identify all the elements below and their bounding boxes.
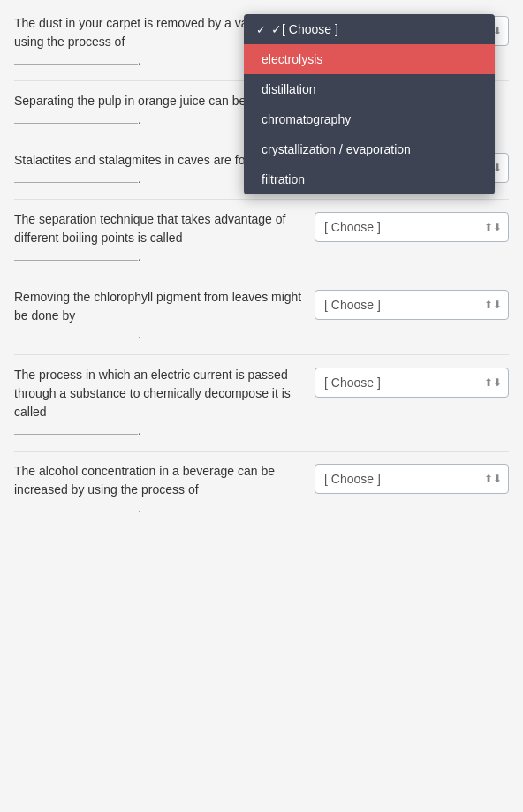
question-label-5: Removing the chlorophyll pigment from le… [14, 290, 301, 323]
question-label-4: The separation technique that takes adva… [14, 212, 285, 245]
select-wrapper-6: [ Choose ] electrolysis distillation chr… [315, 368, 509, 398]
blank-line-2 [14, 123, 138, 124]
blank-line-5 [14, 338, 138, 338]
question-text-7: The alcohol concentration in a beverage … [14, 462, 315, 518]
blank-line-1 [14, 64, 138, 65]
question-label-1: The dust in your carpet is removed by a … [14, 16, 278, 49]
select-wrapper-4: [ Choose ] electrolysis distillation chr… [315, 212, 509, 242]
question-label-7: The alcohol concentration in a beverage … [14, 464, 275, 497]
select-wrapper-7: [ Choose ] electrolysis distillation chr… [315, 464, 509, 494]
select-q5[interactable]: [ Choose ] electrolysis distillation chr… [315, 290, 509, 320]
select-wrapper-5: [ Choose ] electrolysis distillation chr… [315, 290, 509, 320]
question-text-5: Removing the chlorophyll pigment from le… [14, 288, 315, 344]
blank-line-3 [14, 182, 138, 183]
select-q6[interactable]: [ Choose ] electrolysis distillation chr… [315, 368, 509, 398]
dropdown-item-crystallization[interactable]: crystallization / evaporation [244, 134, 495, 164]
question-row-5: Removing the chlorophyll pigment from le… [14, 288, 509, 355]
dropdown-item-filtration[interactable]: filtration [244, 164, 495, 194]
dropdown-item-chromatography[interactable]: chromatography [244, 104, 495, 134]
blank-line-4 [14, 260, 138, 261]
question-row-7: The alcohol concentration in a beverage … [14, 462, 509, 528]
dropdown-overlay: ✓ [ Choose ] electrolysis distillation c… [244, 14, 495, 194]
question-text-6: The process in which an electric current… [14, 366, 315, 440]
dropdown-item-electrolysis[interactable]: electrolysis [244, 44, 495, 74]
checkmark-choose: ✓ [271, 22, 282, 36]
blank-line-7 [14, 512, 138, 512]
question-label-6: The process in which an electric current… [14, 368, 291, 419]
dropdown-item-choose[interactable]: ✓ [ Choose ] [244, 14, 495, 44]
page-container: The dust in your carpet is removed by a … [0, 0, 523, 812]
select-q4[interactable]: [ Choose ] electrolysis distillation chr… [315, 212, 509, 242]
question-row-4: The separation technique that takes adva… [14, 210, 509, 277]
select-q7[interactable]: [ Choose ] electrolysis distillation chr… [315, 464, 509, 494]
question-text-4: The separation technique that takes adva… [14, 210, 315, 266]
question-row-1: The dust in your carpet is removed by a … [14, 14, 509, 81]
dropdown-item-distillation[interactable]: distillation [244, 74, 495, 104]
question-row-6: The process in which an electric current… [14, 366, 509, 452]
blank-line-6 [14, 434, 138, 435]
